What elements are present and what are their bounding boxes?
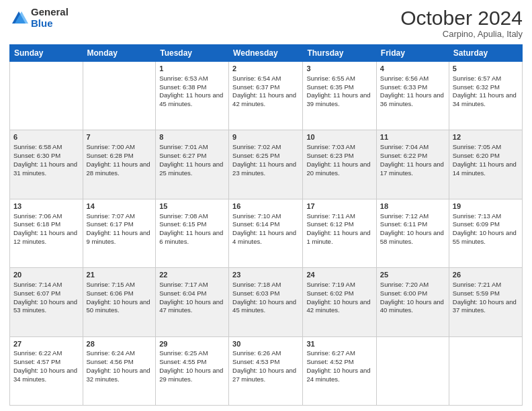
sunrise-text: Sunrise: 7:15 AM [87, 281, 135, 288]
sunset-text: Sunset: 6:37 PM [232, 83, 279, 91]
day-number: 9 [232, 132, 299, 142]
sunrise-text: Sunrise: 6:53 AM [159, 75, 208, 82]
calendar-cell: 13Sunrise: 7:06 AMSunset: 6:18 PMDayligh… [10, 199, 83, 267]
sunset-text: Sunset: 6:12 PM [306, 220, 353, 228]
daylight-text: Daylight: 10 hours and 55 minutes. [453, 229, 517, 245]
calendar-cell: 14Sunrise: 7:07 AMSunset: 6:17 PMDayligh… [83, 199, 156, 267]
day-number: 22 [159, 270, 225, 280]
calendar-cell: 31Sunrise: 6:27 AMSunset: 4:52 PMDayligh… [303, 336, 376, 405]
sunset-text: Sunset: 4:53 PM [232, 358, 279, 365]
calendar-cell: 22Sunrise: 7:17 AMSunset: 6:04 PMDayligh… [156, 268, 229, 336]
day-number: 28 [87, 339, 152, 349]
daylight-text: Daylight: 11 hours and 20 minutes. [306, 161, 370, 177]
sunrise-text: Sunrise: 7:17 AM [159, 281, 208, 288]
sunrise-text: Sunrise: 7:11 AM [306, 212, 355, 220]
daylight-text: Daylight: 11 hours and 14 minutes. [453, 161, 517, 177]
logo-blue-text: Blue [31, 18, 69, 30]
calendar-cell: 9Sunrise: 7:02 AMSunset: 6:25 PMDaylight… [229, 130, 303, 199]
sunset-text: Sunset: 6:02 PM [306, 289, 353, 297]
calendar-cell [376, 336, 449, 405]
calendar-cell: 26Sunrise: 7:21 AMSunset: 5:59 PMDayligh… [449, 268, 522, 336]
daylight-text: Daylight: 11 hours and 28 minutes. [87, 161, 150, 177]
daylight-text: Daylight: 10 hours and 42 minutes. [306, 298, 370, 314]
daylight-text: Daylight: 10 hours and 34 minutes. [13, 367, 77, 383]
sunset-text: Sunset: 4:57 PM [13, 358, 60, 365]
calendar-cell: 29Sunrise: 6:25 AMSunset: 4:55 PMDayligh… [156, 336, 229, 405]
day-number: 20 [13, 270, 79, 280]
sunset-text: Sunset: 6:07 PM [13, 289, 60, 297]
daylight-text: Daylight: 10 hours and 40 minutes. [380, 298, 444, 314]
calendar-cell [10, 62, 83, 130]
daylight-text: Daylight: 10 hours and 53 minutes. [13, 298, 77, 314]
day-number: 23 [232, 270, 299, 280]
daylight-text: Daylight: 11 hours and 17 minutes. [380, 161, 444, 177]
sunset-text: Sunset: 6:23 PM [306, 152, 353, 159]
col-sunday: Sunday [10, 45, 83, 62]
sunset-text: Sunset: 6:28 PM [87, 152, 134, 159]
calendar-cell: 28Sunrise: 6:24 AMSunset: 4:56 PMDayligh… [83, 336, 156, 405]
sunset-text: Sunset: 6:18 PM [13, 220, 60, 228]
sunrise-text: Sunrise: 7:07 AM [87, 212, 135, 220]
logo-icon [9, 9, 28, 28]
sunset-text: Sunset: 6:15 PM [159, 220, 206, 228]
sunset-text: Sunset: 6:17 PM [87, 220, 134, 228]
day-number: 17 [306, 201, 372, 212]
calendar-cell: 11Sunrise: 7:04 AMSunset: 6:22 PMDayligh… [376, 130, 449, 199]
daylight-text: Daylight: 11 hours and 9 minutes. [87, 229, 150, 245]
sunrise-text: Sunrise: 7:03 AM [306, 143, 355, 150]
day-number: 13 [13, 201, 79, 212]
day-number: 10 [306, 132, 372, 142]
logo-general-text: General [31, 7, 69, 18]
calendar-cell: 7Sunrise: 7:00 AMSunset: 6:28 PMDaylight… [83, 130, 156, 199]
calendar-cell: 23Sunrise: 7:18 AMSunset: 6:03 PMDayligh… [229, 268, 303, 336]
day-number: 21 [87, 270, 152, 280]
daylight-text: Daylight: 10 hours and 50 minutes. [87, 298, 150, 314]
location-subtitle: Carpino, Apulia, Italy [400, 29, 523, 39]
calendar-cell: 27Sunrise: 6:22 AMSunset: 4:57 PMDayligh… [10, 336, 83, 405]
sunset-text: Sunset: 6:32 PM [453, 83, 500, 91]
sunrise-text: Sunrise: 7:13 AM [453, 212, 501, 220]
day-number: 15 [159, 201, 225, 212]
day-number: 2 [232, 64, 299, 74]
sunset-text: Sunset: 6:35 PM [306, 83, 353, 91]
month-title: October 2024 [400, 7, 523, 29]
calendar-cell [83, 62, 156, 130]
daylight-text: Daylight: 10 hours and 32 minutes. [87, 367, 150, 383]
sunrise-text: Sunrise: 7:12 AM [380, 212, 429, 220]
sunset-text: Sunset: 6:20 PM [453, 152, 500, 159]
calendar-cell [449, 336, 522, 405]
calendar-cell: 16Sunrise: 7:10 AMSunset: 6:14 PMDayligh… [229, 199, 303, 267]
logo: General Blue [9, 7, 69, 29]
day-number: 29 [159, 339, 225, 349]
sunset-text: Sunset: 5:59 PM [453, 289, 500, 297]
sunset-text: Sunset: 4:52 PM [306, 358, 353, 365]
day-number: 1 [159, 64, 225, 74]
sunrise-text: Sunrise: 7:20 AM [380, 281, 429, 288]
col-saturday: Saturday [449, 45, 522, 62]
calendar-row: 13Sunrise: 7:06 AMSunset: 6:18 PMDayligh… [10, 199, 523, 267]
sunrise-text: Sunrise: 7:01 AM [159, 143, 208, 150]
calendar-row: 6Sunrise: 6:58 AMSunset: 6:30 PMDaylight… [10, 130, 523, 199]
sunrise-text: Sunrise: 6:26 AM [232, 349, 281, 357]
day-number: 5 [453, 64, 519, 74]
calendar-cell: 2Sunrise: 6:54 AMSunset: 6:37 PMDaylight… [229, 62, 303, 130]
calendar-row: 1Sunrise: 6:53 AMSunset: 6:38 PMDaylight… [10, 62, 523, 130]
col-thursday: Thursday [303, 45, 376, 62]
daylight-text: Daylight: 11 hours and 31 minutes. [13, 161, 77, 177]
title-block: October 2024 Carpino, Apulia, Italy [400, 7, 523, 39]
daylight-text: Daylight: 11 hours and 42 minutes. [232, 91, 296, 107]
sunrise-text: Sunrise: 6:24 AM [87, 349, 135, 357]
daylight-text: Daylight: 10 hours and 27 minutes. [232, 367, 296, 383]
sunrise-text: Sunrise: 7:04 AM [380, 143, 429, 150]
calendar-cell: 5Sunrise: 6:57 AMSunset: 6:32 PMDaylight… [449, 62, 522, 130]
daylight-text: Daylight: 11 hours and 23 minutes. [232, 161, 296, 177]
sunset-text: Sunset: 6:25 PM [232, 152, 279, 159]
day-number: 12 [453, 132, 519, 142]
daylight-text: Daylight: 11 hours and 1 minute. [306, 229, 370, 245]
sunrise-text: Sunrise: 7:05 AM [453, 143, 501, 150]
col-friday: Friday [376, 45, 449, 62]
calendar-cell: 30Sunrise: 6:26 AMSunset: 4:53 PMDayligh… [229, 336, 303, 405]
calendar-cell: 20Sunrise: 7:14 AMSunset: 6:07 PMDayligh… [10, 268, 83, 336]
sunrise-text: Sunrise: 7:10 AM [232, 212, 281, 220]
sunset-text: Sunset: 6:09 PM [453, 220, 500, 228]
